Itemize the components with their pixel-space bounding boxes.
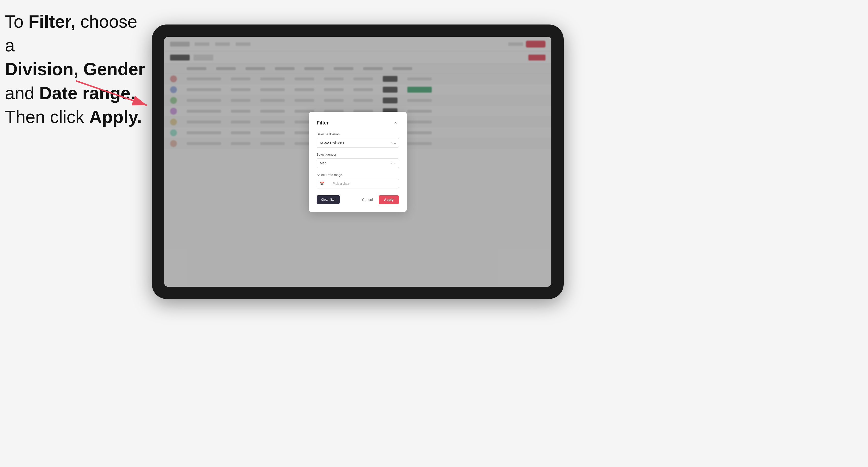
gender-field: Select gender Men × ⌄: [317, 153, 399, 168]
modal-close-button[interactable]: ×: [392, 120, 399, 126]
division-value: NCAA Division I: [320, 141, 344, 145]
instruction-block: To Filter, choose a Division, Gender and…: [5, 10, 147, 129]
modal-title: Filter: [317, 120, 329, 126]
instruction-line2: and: [5, 83, 39, 103]
modal-overlay: Filter × Select a division NCAA Division…: [164, 37, 551, 287]
division-select-icons: × ⌄: [391, 141, 397, 145]
date-input[interactable]: 📅 Pick a date: [317, 179, 399, 188]
chevron-gender-icon: ⌄: [394, 161, 397, 165]
cancel-button[interactable]: Cancel: [359, 196, 376, 203]
filter-modal: Filter × Select a division NCAA Division…: [309, 112, 407, 212]
gender-value: Men: [320, 161, 327, 165]
gender-select-icons: × ⌄: [391, 161, 397, 165]
date-range-field: Select Date range 📅 Pick a date: [317, 173, 399, 188]
date-placeholder: Pick a date: [333, 182, 349, 185]
division-field: Select a division NCAA Division I × ⌄: [317, 132, 399, 148]
instruction-bold-filter: Filter,: [28, 12, 75, 31]
gender-select-wrapper[interactable]: Men × ⌄: [317, 158, 399, 168]
instruction-bold-date: Date range.: [39, 83, 135, 103]
modal-header: Filter ×: [317, 120, 399, 126]
chevron-division-icon: ⌄: [394, 141, 397, 145]
instruction-line1: To: [5, 12, 28, 31]
clear-gender-icon[interactable]: ×: [391, 161, 393, 165]
tablet-frame: Filter × Select a division NCAA Division…: [152, 25, 564, 299]
calendar-icon: 📅: [320, 182, 324, 185]
instruction-bold-div-gender: Division, Gender: [5, 59, 145, 79]
modal-footer: Clear filter Cancel Apply: [317, 195, 399, 204]
gender-label: Select gender: [317, 153, 399, 156]
clear-division-icon[interactable]: ×: [391, 141, 393, 145]
modal-footer-right: Cancel Apply: [359, 195, 399, 204]
clear-filter-button[interactable]: Clear filter: [317, 195, 340, 204]
gender-select[interactable]: Men: [317, 158, 399, 168]
tablet-screen: Filter × Select a division NCAA Division…: [164, 37, 551, 287]
division-label: Select a division: [317, 132, 399, 136]
date-input-wrapper[interactable]: 📅 Pick a date: [317, 179, 399, 188]
apply-button[interactable]: Apply: [379, 195, 399, 204]
instruction-bold-apply: Apply.: [89, 107, 142, 127]
instruction-line3: Then click: [5, 107, 89, 127]
division-select[interactable]: NCAA Division I: [317, 138, 399, 148]
division-select-wrapper[interactable]: NCAA Division I × ⌄: [317, 138, 399, 148]
date-range-label: Select Date range: [317, 173, 399, 177]
